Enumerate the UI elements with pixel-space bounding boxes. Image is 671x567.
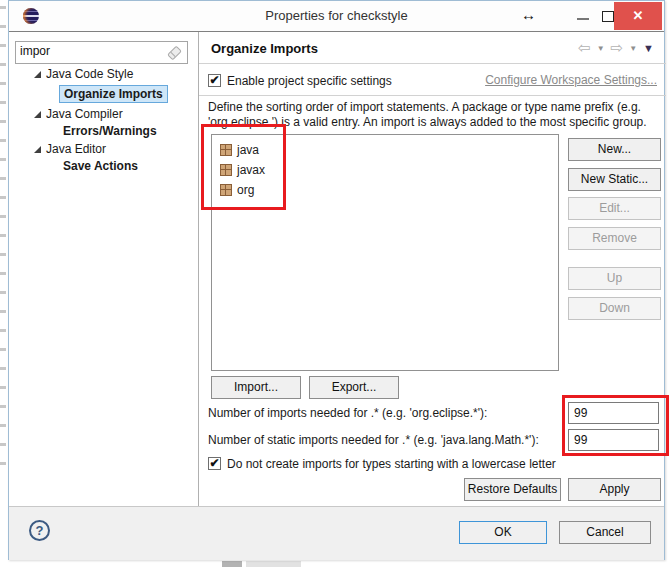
separator: [199, 63, 666, 64]
import-button[interactable]: Import...: [211, 376, 301, 399]
remove-button: Remove: [568, 227, 661, 250]
export-button[interactable]: Export...: [309, 376, 399, 399]
lowercase-imports-label: Do not create imports for types starting…: [227, 457, 556, 471]
configure-workspace-link[interactable]: Configure Workspace Settings...: [485, 73, 657, 87]
page-navigation: ⇦ ▼ ⇨ ▼ ▼: [578, 41, 654, 55]
view-menu-icon[interactable]: ▼: [643, 42, 654, 54]
sidebar-item-save-actions[interactable]: Save Actions: [9, 158, 194, 175]
close-button[interactable]: ✕: [614, 2, 662, 30]
search-input[interactable]: [20, 44, 160, 58]
expand-triangle-icon[interactable]: [34, 146, 41, 153]
annotation-rectangle-number-fields: [562, 395, 669, 456]
sidebar-item-organize-imports[interactable]: Organize Imports: [9, 85, 194, 102]
expand-triangle-icon[interactable]: [34, 111, 41, 118]
window-title: Properties for checkstyle: [9, 8, 664, 23]
static-imports-needed-label: Number of static imports needed for .* (…: [208, 433, 539, 447]
annotation-rectangle-import-list: [201, 124, 286, 210]
clear-search-icon[interactable]: [167, 46, 182, 61]
new-static-button[interactable]: New Static...: [568, 168, 661, 191]
help-icon[interactable]: ?: [29, 520, 50, 541]
back-arrow-icon[interactable]: ⇦: [578, 41, 591, 55]
enable-settings-checkbox[interactable]: ✔: [208, 74, 221, 87]
down-button: Down: [568, 297, 661, 320]
title-bar[interactable]: Properties for checkstyle ↔ ✕: [9, 1, 664, 31]
sidebar-item-java-editor[interactable]: Java Editor: [9, 141, 194, 158]
sidebar-item-errors-warnings[interactable]: Errors/Warnings: [9, 123, 194, 140]
edit-button: Edit...: [568, 197, 661, 220]
imports-needed-label: Number of imports needed for .* (e.g. 'o…: [208, 406, 487, 420]
lowercase-imports-checkbox[interactable]: ✔: [208, 457, 221, 470]
titlebar-separator: [9, 31, 664, 32]
sidebar-item-java-code-style[interactable]: Java Code Style: [9, 66, 194, 83]
page-title: Organize Imports: [211, 41, 318, 56]
enable-settings-label: Enable project specific settings: [227, 74, 392, 88]
cancel-button[interactable]: Cancel: [559, 521, 651, 544]
apply-button[interactable]: Apply: [568, 478, 661, 501]
properties-dialog: Properties for checkstyle ↔ ✕ Java Code …: [8, 0, 665, 560]
resize-arrows-icon: ↔: [521, 6, 536, 23]
restore-defaults-button[interactable]: Restore Defaults: [464, 478, 561, 501]
forward-arrow-icon[interactable]: ⇨: [611, 41, 624, 55]
ok-button[interactable]: OK: [459, 521, 547, 544]
panel-divider: [198, 32, 199, 506]
expand-triangle-icon[interactable]: [34, 71, 41, 78]
minimize-button[interactable]: [572, 9, 594, 25]
back-dropdown-icon[interactable]: ▼: [597, 44, 605, 53]
forward-dropdown-icon[interactable]: ▼: [629, 44, 637, 53]
up-button: Up: [568, 267, 661, 290]
dialog-footer: ? OK Cancel: [9, 506, 664, 560]
new-button[interactable]: New...: [568, 138, 661, 161]
background-fragment: [222, 561, 242, 567]
sidebar-item-java-compiler[interactable]: Java Compiler: [9, 106, 194, 123]
background-window-fragment: [0, 6, 6, 476]
filter-search-box[interactable]: [15, 41, 188, 64]
separator: [199, 95, 666, 96]
background-fragment: [246, 561, 301, 567]
